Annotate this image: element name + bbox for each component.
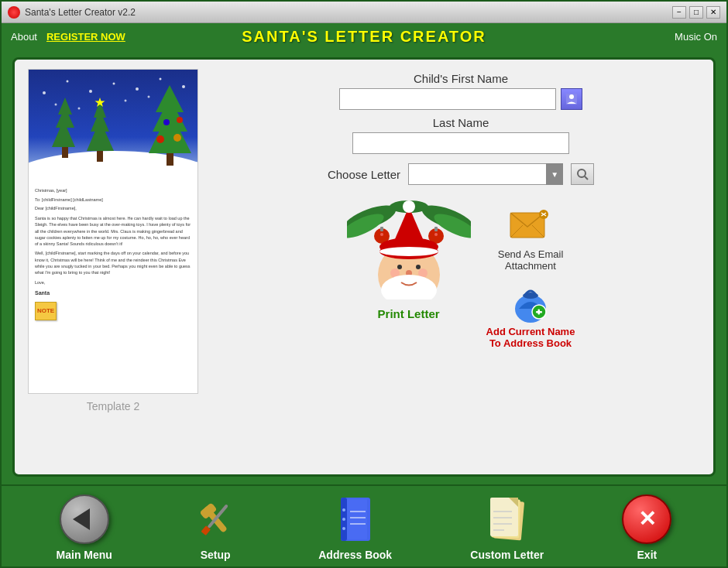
address-book-toolbar-svg: [336, 496, 375, 542]
svg-point-50: [416, 265, 421, 269]
template-preview: Christmas, [year] To: [childFirstname] […: [24, 69, 202, 465]
setup-icon-svg: [191, 494, 240, 544]
svg-point-23: [136, 87, 139, 91]
svg-point-31: [569, 94, 574, 99]
svg-line-33: [585, 176, 588, 180]
svg-point-76: [342, 508, 345, 512]
print-letter-button[interactable]: Print Letter: [378, 307, 440, 320]
email-attachment-button[interactable]: Send As EmailAttachment: [498, 207, 564, 272]
main-menu-button[interactable]: Main Menu: [57, 494, 112, 561]
svg-point-21: [89, 90, 92, 93]
santa-decoration-svg: [347, 199, 471, 299]
bottom-toolbar: Main Menu Setup: [2, 484, 726, 568]
svg-point-58: [379, 247, 438, 256]
svg-point-44: [434, 233, 438, 236]
last-name-input[interactable]: [352, 132, 569, 154]
svg-point-32: [578, 169, 585, 177]
letter-select[interactable]: [408, 163, 563, 185]
main-menu-icon: [60, 494, 109, 544]
person-icon: [565, 92, 579, 106]
register-menu[interactable]: REGISTER NOW: [46, 31, 125, 43]
choose-letter-label: Choose Letter: [328, 168, 400, 181]
svg-point-29: [148, 96, 150, 98]
back-arrow-icon: [73, 508, 90, 530]
about-menu[interactable]: About: [11, 31, 37, 43]
template-label: Template 2: [87, 400, 139, 412]
svg-point-25: [182, 85, 185, 88]
letter-select-wrapper: ▼: [408, 163, 563, 185]
app-title: SANTA'S LETTER CREATOR: [242, 28, 486, 46]
svg-point-15: [156, 135, 164, 143]
first-name-label: Child's First Name: [414, 72, 508, 85]
custom-letter-svg: [487, 496, 527, 542]
address-book-label: Address Book: [318, 549, 392, 561]
svg-point-26: [55, 104, 57, 106]
svg-point-22: [113, 83, 115, 85]
main-content: Christmas, [year] To: [childFirstname] […: [2, 50, 726, 484]
maximize-button[interactable]: □: [689, 6, 703, 19]
custom-letter-label: Custom Letter: [470, 549, 544, 561]
add-address-label: Add Current NameTo Address Book: [486, 326, 575, 349]
svg-point-20: [67, 80, 69, 83]
email-attachment-label: Send As EmailAttachment: [498, 248, 564, 272]
svg-rect-65: [537, 310, 540, 315]
svg-point-77: [342, 518, 345, 521]
svg-rect-5: [62, 147, 68, 158]
custom-letter-icon: [482, 494, 532, 544]
window-title: Santa's Letter Creator v2.2: [25, 7, 672, 18]
exit-button[interactable]: ✕ Exit: [622, 494, 671, 561]
setup-label: Setup: [201, 549, 231, 561]
email-icon: [509, 207, 551, 245]
address-book-icon: [511, 284, 550, 323]
winter-scene: [29, 70, 197, 182]
svg-point-78: [342, 527, 345, 530]
svg-rect-9: [97, 151, 103, 162]
note-icon: NOTE: [35, 302, 57, 320]
main-menu-label: Main Menu: [57, 549, 112, 561]
app-icon: [8, 6, 20, 19]
svg-point-27: [78, 108, 81, 110]
first-name-group: Child's First Name: [218, 72, 704, 110]
santa-area: Print Letter: [218, 199, 704, 349]
santa-container: Print Letter: [347, 199, 471, 320]
right-actions: Send As EmailAttachment: [486, 199, 575, 349]
search-button[interactable]: [571, 163, 594, 185]
title-bar: Santa's Letter Creator v2.2 − □ ✕: [2, 2, 726, 23]
custom-letter-button[interactable]: Custom Letter: [470, 494, 544, 561]
inner-panel: Christmas, [year] To: [childFirstname] […: [12, 57, 716, 477]
menu-bar: About REGISTER NOW SANTA'S LETTER CREATO…: [2, 23, 726, 50]
window-controls: − □ ✕: [672, 6, 720, 19]
svg-rect-72: [347, 499, 367, 539]
add-address-button[interactable]: Add Current NameTo Address Book: [486, 284, 575, 349]
address-book-button[interactable]: Address Book: [318, 494, 392, 561]
last-name-group: Last Name: [218, 116, 704, 154]
svg-point-18: [177, 117, 183, 123]
form-area: Child's First Name Last Name: [218, 69, 704, 465]
winter-scene-svg: [29, 70, 197, 182]
search-icon: [575, 167, 589, 181]
address-book-toolbar-icon: [331, 494, 380, 544]
music-toggle[interactable]: Music On: [675, 31, 717, 43]
first-name-row: [218, 88, 704, 110]
svg-point-17: [163, 119, 170, 125]
setup-button[interactable]: Setup: [191, 494, 240, 561]
svg-rect-40: [380, 227, 383, 231]
svg-point-48: [403, 200, 415, 213]
last-name-row: [218, 132, 704, 154]
letter-body: Christmas, [year] To: [childFirstname] […: [29, 182, 197, 327]
first-name-input[interactable]: [339, 88, 556, 110]
svg-rect-43: [434, 227, 438, 231]
svg-point-19: [43, 91, 46, 94]
exit-icon: ✕: [622, 494, 671, 544]
exit-label: Exit: [637, 549, 658, 561]
choose-letter-row: Choose Letter ▼: [218, 163, 704, 185]
svg-rect-14: [167, 153, 173, 166]
svg-point-49: [397, 265, 402, 269]
last-name-label: Last Name: [433, 116, 489, 129]
close-button[interactable]: ✕: [706, 6, 720, 19]
minimize-button[interactable]: −: [672, 6, 686, 19]
first-name-button[interactable]: [561, 88, 582, 110]
letter-frame: Christmas, [year] To: [childFirstname] […: [28, 69, 198, 394]
exit-x-icon: ✕: [638, 508, 656, 530]
setup-icon: [191, 494, 240, 544]
